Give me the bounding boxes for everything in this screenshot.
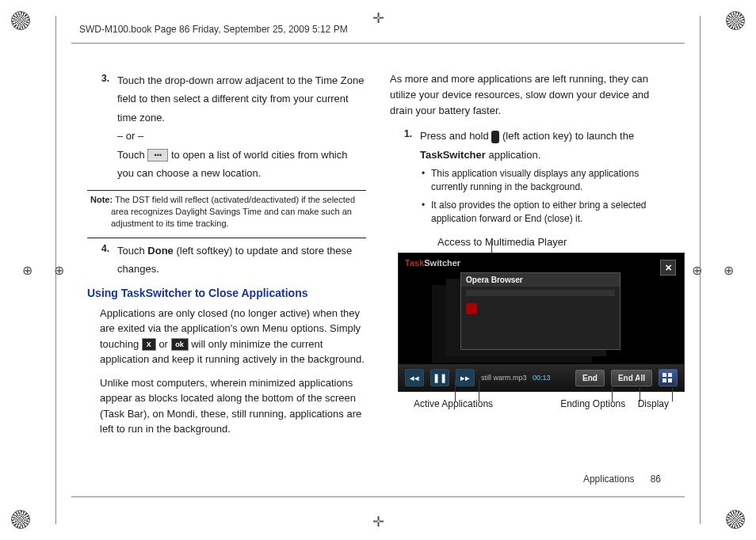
page-footer: Applications 86 xyxy=(583,473,661,485)
ellipsis-button-icon: ••• xyxy=(147,149,168,162)
end-all-button: End All xyxy=(611,370,652,386)
right-column: As more and more applications are left r… xyxy=(390,71,669,485)
step1-c: application. xyxy=(486,149,540,161)
step1-bold: TaskSwitcher xyxy=(420,149,486,161)
register-mark-icon: ✛ xyxy=(372,515,384,529)
trim-line xyxy=(71,43,685,44)
footer-section: Applications xyxy=(583,473,635,485)
side-cropmark-icon: ⊕ xyxy=(22,263,32,278)
bullet-1: • This application visually displays any… xyxy=(390,167,669,194)
side-cropmark-icon: ⊕ xyxy=(54,263,64,278)
callout-active-apps: Active Applications xyxy=(414,398,560,409)
taskswitcher-screenshot: TaskSwitcher ✕ Opera Browser ◂◂ ❚❚ ▸▸ st… xyxy=(398,253,685,392)
callout-ending-options: Ending Options xyxy=(560,398,637,409)
shot-song: still warm.mp3 00:13 xyxy=(481,374,569,382)
side-cropmark-icon: ⊕ xyxy=(724,263,734,278)
shot-close-icon: ✕ xyxy=(660,260,676,276)
or-divider: – or – xyxy=(117,130,143,142)
callout-line xyxy=(640,379,640,401)
bullet-2-text: It also provides the option to either br… xyxy=(431,199,669,226)
step-3: 3. Touch the drop-down arrow adjacent to… xyxy=(87,71,366,182)
opera-icon xyxy=(466,303,477,314)
callout-line xyxy=(612,379,613,401)
song-time: 00:13 xyxy=(533,374,551,382)
step-number: 3. xyxy=(87,71,117,182)
body-para-1: Applications are only closed (no longer … xyxy=(87,306,366,367)
footer-page: 86 xyxy=(651,473,661,485)
callout-line xyxy=(455,379,456,401)
step1-b: (left action key) to launch the xyxy=(502,130,634,142)
callout-display: Display xyxy=(638,398,669,409)
crop-mark-icon xyxy=(11,510,30,529)
crop-mark-icon xyxy=(726,11,745,30)
step-4-pre: Touch xyxy=(117,245,147,257)
shot-title: TaskSwitcher xyxy=(405,258,460,268)
next-track-icon: ▸▸ xyxy=(456,369,475,386)
step-number: 1. xyxy=(390,127,420,164)
left-column: 3. Touch the drop-down arrow adjacent to… xyxy=(87,71,366,485)
crop-mark-icon xyxy=(726,510,745,529)
note-rule-bottom xyxy=(87,238,366,238)
bullet-dot-icon: • xyxy=(422,199,431,226)
para1-b: or xyxy=(158,338,170,350)
song-name: still warm.mp3 xyxy=(481,374,527,382)
step1-a: Press and hold xyxy=(420,130,491,142)
step-4-bold: Done xyxy=(147,245,174,257)
step-1: 1. Press and hold (left action key) to l… xyxy=(390,127,669,164)
register-mark-icon: ✛ xyxy=(372,11,384,25)
callout-bottom-row: Active Applications Ending Options Displ… xyxy=(414,398,669,409)
running-header: SWD-M100.book Page 86 Friday, September … xyxy=(79,24,348,35)
bullet-2: • It also provides the option to either … xyxy=(390,199,669,226)
step-4: 4. Touch Done (left softkey) to update a… xyxy=(87,241,366,279)
shot-window-body xyxy=(461,287,620,319)
crop-mark-icon xyxy=(11,11,30,30)
section-heading: Using TaskSwitcher to Close Applications xyxy=(87,287,366,299)
bullet-dot-icon: • xyxy=(422,167,431,194)
note-rule-top xyxy=(87,190,366,191)
step-3a-text: Touch the drop-down arrow adjacent to th… xyxy=(117,74,364,124)
display-grid-icon xyxy=(659,369,678,386)
shot-title-switcher: Switcher xyxy=(424,258,460,268)
bullet-1-text: This application visually displays any a… xyxy=(431,167,669,194)
prev-track-icon: ◂◂ xyxy=(405,369,424,386)
shot-window-card: Opera Browser xyxy=(460,272,620,350)
callout-line xyxy=(479,379,479,401)
body-para-2: Unlike most computers, wherein minimized… xyxy=(87,375,366,437)
shot-title-task: Task xyxy=(405,258,424,268)
ok-icon: ok xyxy=(171,338,189,351)
callout-top: Access to Multimedia Player xyxy=(437,236,669,248)
shot-window-title: Opera Browser xyxy=(461,273,620,287)
note-body: The DST field will reflect (activated/de… xyxy=(111,195,355,228)
side-cropmark-icon: ⊕ xyxy=(692,263,702,278)
page-content: 3. Touch the drop-down arrow adjacent to… xyxy=(87,71,669,485)
step-number: 4. xyxy=(87,241,117,279)
callout-line xyxy=(672,379,673,401)
note-label: Note: xyxy=(90,195,113,204)
end-button: End xyxy=(575,370,605,386)
action-key-icon xyxy=(491,131,499,143)
intro-para: As more and more applications are left r… xyxy=(390,71,669,119)
pause-icon: ❚❚ xyxy=(430,369,449,386)
step-3b-pre: Touch xyxy=(117,149,147,161)
shot-bottom-bar: ◂◂ ❚❚ ▸▸ still warm.mp3 00:13 End End Al… xyxy=(399,364,684,391)
note-block: Note: The DST field will reflect (activa… xyxy=(87,194,366,230)
trim-line xyxy=(71,496,685,497)
close-x-icon: X xyxy=(142,338,156,351)
